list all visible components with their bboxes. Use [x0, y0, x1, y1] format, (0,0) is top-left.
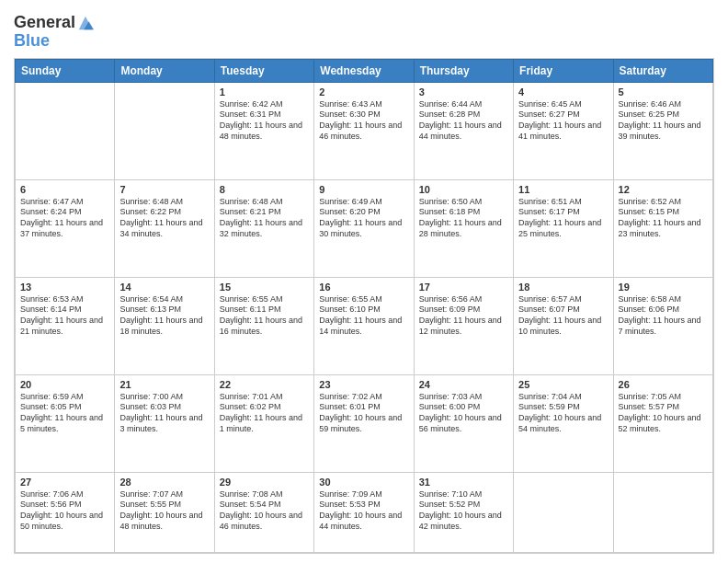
day-number: 21 [119, 379, 209, 390]
day-content: Sunrise: 6:45 AM Sunset: 6:27 PM Dayligh… [518, 99, 608, 143]
calendar-cell: 28Sunrise: 7:07 AM Sunset: 5:55 PM Dayli… [115, 472, 214, 552]
calendar-cell: 14Sunrise: 6:54 AM Sunset: 6:13 PM Dayli… [115, 277, 214, 374]
day-number: 15 [220, 282, 309, 293]
day-number: 23 [319, 379, 408, 390]
day-number: 20 [20, 379, 109, 390]
day-content: Sunrise: 7:00 AM Sunset: 6:03 PM Dayligh… [119, 392, 209, 435]
day-content: Sunrise: 7:04 AM Sunset: 5:59 PM Dayligh… [518, 392, 608, 435]
day-number: 22 [220, 379, 309, 390]
calendar-cell: 2Sunrise: 6:43 AM Sunset: 6:30 PM Daylig… [314, 82, 414, 179]
day-content: Sunrise: 6:42 AM Sunset: 6:31 PM Dayligh… [220, 99, 309, 143]
calendar-cell: 21Sunrise: 7:00 AM Sunset: 6:03 PM Dayli… [115, 374, 214, 472]
calendar-cell: 27Sunrise: 7:06 AM Sunset: 5:56 PM Dayli… [16, 472, 115, 552]
day-number: 11 [518, 184, 608, 195]
calendar: SundayMondayTuesdayWednesdayThursdayFrid… [14, 58, 714, 554]
logo-icon [77, 15, 94, 31]
day-content: Sunrise: 7:02 AM Sunset: 6:01 PM Dayligh… [319, 392, 408, 435]
calendar-cell: 4Sunrise: 6:45 AM Sunset: 6:27 PM Daylig… [514, 82, 613, 179]
day-header-saturday: Saturday [613, 59, 712, 82]
day-content: Sunrise: 6:46 AM Sunset: 6:25 PM Dayligh… [619, 99, 708, 143]
day-content: Sunrise: 6:56 AM Sunset: 6:09 PM Dayligh… [419, 294, 508, 338]
calendar-cell: 11Sunrise: 6:51 AM Sunset: 6:17 PM Dayli… [514, 179, 613, 277]
calendar-cell: 10Sunrise: 6:50 AM Sunset: 6:18 PM Dayli… [414, 179, 513, 277]
calendar-cell [115, 82, 214, 179]
day-number: 6 [20, 184, 109, 195]
day-number: 10 [419, 184, 508, 195]
day-number: 12 [619, 184, 708, 195]
day-header-wednesday: Wednesday [314, 59, 414, 82]
day-number: 16 [319, 282, 408, 293]
day-content: Sunrise: 7:08 AM Sunset: 5:54 PM Dayligh… [220, 489, 309, 533]
day-content: Sunrise: 6:44 AM Sunset: 6:28 PM Dayligh… [419, 99, 508, 143]
day-number: 14 [119, 282, 209, 293]
day-number: 17 [419, 282, 508, 293]
day-number: 9 [319, 184, 408, 195]
day-content: Sunrise: 6:53 AM Sunset: 6:14 PM Dayligh… [20, 294, 109, 338]
calendar-cell: 8Sunrise: 6:48 AM Sunset: 6:21 PM Daylig… [214, 179, 313, 277]
day-number: 25 [518, 379, 608, 390]
day-content: Sunrise: 6:58 AM Sunset: 6:06 PM Dayligh… [619, 294, 708, 338]
day-header-friday: Friday [514, 59, 613, 82]
calendar-cell: 13Sunrise: 6:53 AM Sunset: 6:14 PM Dayli… [16, 277, 115, 374]
day-number: 29 [220, 477, 309, 488]
calendar-cell: 3Sunrise: 6:44 AM Sunset: 6:28 PM Daylig… [414, 82, 513, 179]
day-content: Sunrise: 6:50 AM Sunset: 6:18 PM Dayligh… [419, 197, 508, 240]
day-number: 4 [518, 86, 608, 98]
day-content: Sunrise: 6:49 AM Sunset: 6:20 PM Dayligh… [319, 197, 408, 240]
week-row-5: 27Sunrise: 7:06 AM Sunset: 5:56 PM Dayli… [16, 472, 713, 552]
calendar-cell: 20Sunrise: 6:59 AM Sunset: 6:05 PM Dayli… [16, 374, 115, 472]
day-number: 1 [220, 86, 309, 98]
calendar-cell: 1Sunrise: 6:42 AM Sunset: 6:31 PM Daylig… [214, 82, 313, 179]
calendar-cell: 16Sunrise: 6:55 AM Sunset: 6:10 PM Dayli… [314, 277, 414, 374]
header: General Blue [14, 14, 714, 51]
calendar-cell: 6Sunrise: 6:47 AM Sunset: 6:24 PM Daylig… [16, 179, 115, 277]
day-number: 19 [619, 282, 708, 293]
logo-text: General [14, 14, 75, 32]
day-number: 7 [119, 184, 209, 195]
calendar-cell: 18Sunrise: 6:57 AM Sunset: 6:07 PM Dayli… [514, 277, 613, 374]
day-content: Sunrise: 6:51 AM Sunset: 6:17 PM Dayligh… [518, 197, 608, 240]
calendar-cell: 30Sunrise: 7:09 AM Sunset: 5:53 PM Dayli… [314, 472, 414, 552]
calendar-cell: 7Sunrise: 6:48 AM Sunset: 6:22 PM Daylig… [115, 179, 214, 277]
day-number: 13 [20, 282, 109, 293]
day-content: Sunrise: 7:07 AM Sunset: 5:55 PM Dayligh… [119, 489, 209, 533]
week-row-1: 1Sunrise: 6:42 AM Sunset: 6:31 PM Daylig… [16, 82, 713, 179]
calendar-cell: 12Sunrise: 6:52 AM Sunset: 6:15 PM Dayli… [613, 179, 712, 277]
day-content: Sunrise: 7:06 AM Sunset: 5:56 PM Dayligh… [20, 489, 109, 533]
calendar-cell: 15Sunrise: 6:55 AM Sunset: 6:11 PM Dayli… [214, 277, 313, 374]
calendar-cell [16, 82, 115, 179]
page: General Blue SundayMondayTuesdayWednesda… [0, 0, 728, 563]
calendar-cell: 19Sunrise: 6:58 AM Sunset: 6:06 PM Dayli… [613, 277, 712, 374]
day-content: Sunrise: 6:57 AM Sunset: 6:07 PM Dayligh… [518, 294, 608, 338]
day-number: 2 [319, 86, 408, 98]
day-header-monday: Monday [115, 59, 214, 82]
day-content: Sunrise: 7:01 AM Sunset: 6:02 PM Dayligh… [220, 392, 309, 435]
calendar-cell: 17Sunrise: 6:56 AM Sunset: 6:09 PM Dayli… [414, 277, 513, 374]
calendar-cell [613, 472, 712, 552]
day-number: 18 [518, 282, 608, 293]
header-row: SundayMondayTuesdayWednesdayThursdayFrid… [16, 59, 713, 82]
day-header-thursday: Thursday [414, 59, 513, 82]
day-number: 24 [419, 379, 508, 390]
day-number: 28 [119, 477, 209, 488]
calendar-cell: 5Sunrise: 6:46 AM Sunset: 6:25 PM Daylig… [613, 82, 712, 179]
day-number: 3 [419, 86, 508, 98]
calendar-cell [514, 472, 613, 552]
calendar-table: SundayMondayTuesdayWednesdayThursdayFrid… [15, 59, 713, 553]
calendar-cell: 26Sunrise: 7:05 AM Sunset: 5:57 PM Dayli… [613, 374, 712, 472]
day-content: Sunrise: 7:03 AM Sunset: 6:00 PM Dayligh… [419, 392, 508, 435]
day-header-tuesday: Tuesday [214, 59, 313, 82]
day-number: 26 [619, 379, 708, 390]
day-header-sunday: Sunday [16, 59, 115, 82]
day-content: Sunrise: 6:55 AM Sunset: 6:10 PM Dayligh… [319, 294, 408, 338]
day-content: Sunrise: 6:43 AM Sunset: 6:30 PM Dayligh… [319, 99, 408, 143]
logo: General Blue [14, 14, 94, 51]
day-content: Sunrise: 6:48 AM Sunset: 6:22 PM Dayligh… [119, 197, 209, 240]
day-number: 31 [419, 477, 508, 488]
logo-blue-text: Blue [14, 32, 94, 51]
day-number: 27 [20, 477, 109, 488]
day-content: Sunrise: 7:05 AM Sunset: 5:57 PM Dayligh… [619, 392, 708, 435]
calendar-cell: 23Sunrise: 7:02 AM Sunset: 6:01 PM Dayli… [314, 374, 414, 472]
week-row-2: 6Sunrise: 6:47 AM Sunset: 6:24 PM Daylig… [16, 179, 713, 277]
week-row-3: 13Sunrise: 6:53 AM Sunset: 6:14 PM Dayli… [16, 277, 713, 374]
